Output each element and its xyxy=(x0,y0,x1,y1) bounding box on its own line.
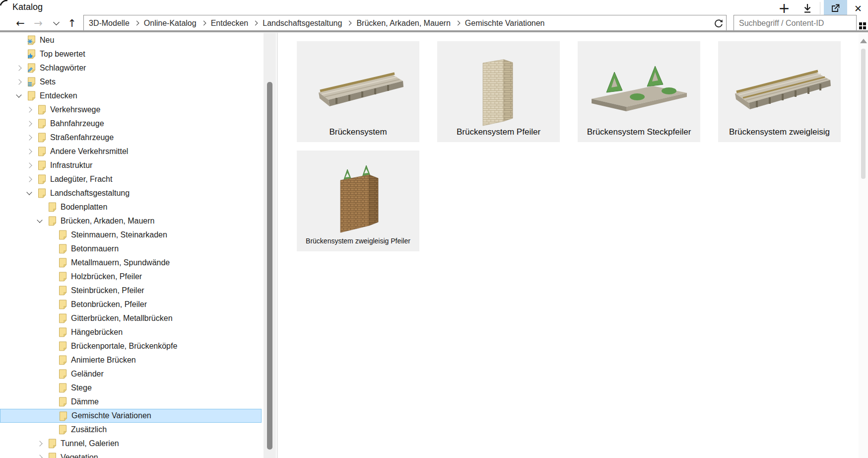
folder-icon xyxy=(59,369,67,379)
titlebar-divider xyxy=(820,2,820,14)
folder-icon xyxy=(38,133,46,143)
tree-item[interactable]: Betonmauern xyxy=(0,242,264,256)
tree-item[interactable]: Verkehrswege xyxy=(0,103,264,117)
titlebar: Katalog + ✕ xyxy=(0,0,868,15)
tree-scrollbar[interactable] xyxy=(264,33,276,458)
tree-item[interactable]: Steinbrücken, Pfeiler xyxy=(0,284,264,298)
tree-item[interactable]: Bodenplatten xyxy=(0,200,264,214)
tree-item[interactable]: Zusätzlich xyxy=(0,423,264,437)
model-tile-label: Brückensystem xyxy=(297,127,419,137)
tree-item[interactable]: Gitterbrücken, Metallbrücken xyxy=(0,311,264,325)
folder-icon xyxy=(59,244,67,254)
chevron-collapsed-icon[interactable] xyxy=(26,121,32,126)
chevron-collapsed-icon[interactable] xyxy=(26,107,32,112)
chevron-expanded-icon[interactable] xyxy=(16,92,21,97)
tree-item[interactable]: Brückenportale, Brückenköpfe xyxy=(0,339,264,353)
tree-item-label: Sets xyxy=(40,75,56,89)
folder-icon xyxy=(27,91,36,101)
folder-icon xyxy=(59,355,67,365)
tree-item[interactable]: Entdecken xyxy=(0,89,264,103)
content-scrollbar-thumb[interactable] xyxy=(861,49,866,179)
close-button[interactable]: ✕ xyxy=(850,0,867,16)
tree-item-label: Betonbrücken, Pfeiler xyxy=(71,298,147,311)
chevron-collapsed-icon[interactable] xyxy=(37,441,42,446)
tree-item[interactable]: Brücken, Arkaden, Mauern xyxy=(0,214,264,228)
grid-view-icon[interactable] xyxy=(859,22,866,29)
toolbar-divider xyxy=(0,30,868,32)
chevron-collapsed-icon[interactable] xyxy=(26,135,32,140)
tree-item[interactable]: Landschaftsgestaltung xyxy=(0,186,264,200)
refresh-button[interactable] xyxy=(714,19,723,28)
forward-button[interactable]: → xyxy=(31,15,46,32)
model-tile[interactable]: Brückensystem Pfeiler xyxy=(437,41,560,142)
tree-item-label: Holzbrücken, Pfeiler xyxy=(71,270,142,284)
search-input[interactable] xyxy=(734,15,856,31)
model-tile[interactable]: Brückensystem xyxy=(297,41,419,142)
tree-item[interactable]: Geländer xyxy=(0,367,264,381)
tree-item[interactable]: Top bewertet xyxy=(0,47,264,61)
folder-icon xyxy=(59,300,67,309)
model-tile[interactable]: Brückensystem Steckpfeiler xyxy=(578,41,700,142)
tree-item[interactable]: Bahnfahrzeuge xyxy=(0,117,264,131)
tree-item[interactable]: Sets xyxy=(0,75,264,89)
breadcrumb-separator-icon xyxy=(347,21,352,26)
tree-item[interactable]: Schlagwörter xyxy=(0,61,264,75)
chevron-collapsed-icon[interactable] xyxy=(16,65,21,71)
chevron-expanded-icon[interactable] xyxy=(37,217,42,223)
breadcrumb-item[interactable]: Gemischte Variationen xyxy=(465,19,545,28)
back-button[interactable]: ← xyxy=(13,15,28,32)
breadcrumb-item[interactable]: 3D-Modelle xyxy=(89,19,130,28)
tree-item[interactable]: Betonbrücken, Pfeiler xyxy=(0,298,264,311)
tree-item-label: Verkehrswege xyxy=(50,103,100,117)
tree-scrollbar-thumb[interactable] xyxy=(267,82,272,450)
up-button[interactable]: ↑ xyxy=(65,15,79,32)
tree-item[interactable]: Hängebrücken xyxy=(0,325,264,339)
tree-item[interactable]: Neu xyxy=(0,33,264,47)
breadcrumb-item[interactable]: Brücken, Arkaden, Mauern xyxy=(356,19,450,28)
refresh-icon xyxy=(714,19,723,28)
tree-item-label: Straßenfahrzeuge xyxy=(50,131,114,145)
chevron-collapsed-icon[interactable] xyxy=(37,455,42,458)
tree-item[interactable]: Metallmauern, Spundwände xyxy=(0,256,264,270)
chevron-collapsed-icon[interactable] xyxy=(26,176,32,182)
open-external-button[interactable] xyxy=(824,0,847,16)
scroll-up-arrow-icon[interactable] xyxy=(860,39,867,43)
breadcrumb-item[interactable]: Online-Katalog xyxy=(144,19,197,28)
tree-item[interactable]: Gemischte Variationen xyxy=(0,409,262,423)
tree-item[interactable]: Vegetation xyxy=(0,451,264,458)
chevron-collapsed-icon[interactable] xyxy=(26,162,32,168)
tree-item[interactable]: Infrastruktur xyxy=(0,158,264,172)
folder-icon xyxy=(59,327,67,337)
tree-item[interactable]: Animierte Brücken xyxy=(0,353,264,367)
download-icon xyxy=(802,3,812,14)
model-tile[interactable]: Brückensystem zweigleisig xyxy=(718,41,841,142)
tree-item[interactable]: Dämme xyxy=(0,395,264,409)
tree-item[interactable]: Tunnel, Galerien xyxy=(0,437,264,451)
folder-icon xyxy=(59,286,67,296)
chevron-collapsed-icon[interactable] xyxy=(16,79,21,84)
tree-item-label: Bodenplatten xyxy=(61,200,107,214)
download-button[interactable] xyxy=(798,0,817,16)
chevron-expanded-icon[interactable] xyxy=(26,189,32,195)
tree-item[interactable]: Straßenfahrzeuge xyxy=(0,131,264,145)
chevron-collapsed-icon[interactable] xyxy=(26,149,32,154)
tree-item[interactable]: Stege xyxy=(0,381,264,395)
content-scrollbar[interactable] xyxy=(859,33,868,458)
breadcrumb-item[interactable]: Entdecken xyxy=(211,19,249,28)
tree-item[interactable]: Ladegüter, Fracht xyxy=(0,172,264,186)
tree-item[interactable]: Holzbrücken, Pfeiler xyxy=(0,270,264,284)
recent-dropdown-button[interactable] xyxy=(49,15,64,32)
tree-item-label: Gitterbrücken, Metallbrücken xyxy=(71,311,173,325)
model-tile[interactable]: Brückensystem zweigleisig Pfeiler xyxy=(297,151,419,251)
add-button[interactable]: + xyxy=(775,0,794,16)
window-title: Katalog xyxy=(12,2,43,12)
breadcrumb-item[interactable]: Landschaftsgestaltung xyxy=(263,19,342,28)
tree-item-label: Entdecken xyxy=(40,89,77,103)
tree-item[interactable]: Andere Verkehrsmittel xyxy=(0,145,264,158)
catalog-window: Katalog + ✕ ← → ↑ 3D-Modell xyxy=(0,0,868,458)
tree-item-label: Animierte Brücken xyxy=(71,353,136,367)
model-tile-label: Brückensystem Steckpfeiler xyxy=(578,127,700,137)
folder-icon xyxy=(59,341,67,351)
tree-item-label: Geländer xyxy=(71,367,104,381)
tree-item[interactable]: Steinmauern, Steinarkaden xyxy=(0,228,264,242)
